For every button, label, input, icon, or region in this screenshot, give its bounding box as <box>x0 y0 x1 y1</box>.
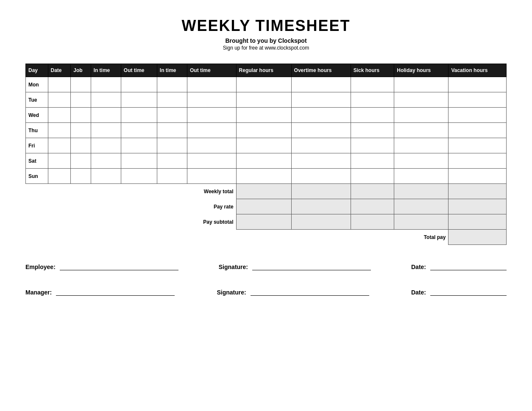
editable-cell[interactable] <box>48 92 71 108</box>
editable-cell[interactable] <box>71 153 91 169</box>
hours-cell[interactable] <box>236 92 291 108</box>
hours-cell[interactable] <box>448 108 507 123</box>
regular-summary-cell[interactable] <box>236 214 291 230</box>
editable-cell[interactable] <box>157 108 187 123</box>
hours-cell[interactable] <box>394 108 448 123</box>
holiday-summary-cell[interactable] <box>394 199 448 214</box>
employee-line[interactable] <box>60 262 178 270</box>
editable-cell[interactable] <box>187 138 237 153</box>
regular-summary-cell[interactable] <box>236 184 291 199</box>
sick-summary-cell[interactable] <box>351 214 394 230</box>
editable-cell[interactable] <box>91 138 121 153</box>
sick-summary-cell[interactable] <box>351 184 394 199</box>
editable-cell[interactable] <box>71 108 91 123</box>
editable-cell[interactable] <box>91 153 121 169</box>
editable-cell[interactable] <box>187 92 237 108</box>
editable-cell[interactable] <box>48 169 71 184</box>
hours-cell[interactable] <box>394 123 448 138</box>
totalpay-cell[interactable] <box>448 230 507 245</box>
editable-cell[interactable] <box>71 138 91 153</box>
editable-cell[interactable] <box>187 77 237 92</box>
editable-cell[interactable] <box>121 153 157 169</box>
editable-cell[interactable] <box>48 108 71 123</box>
editable-cell[interactable] <box>48 138 71 153</box>
manager-date-line[interactable] <box>430 287 507 296</box>
manager-line[interactable] <box>56 287 175 296</box>
hours-cell[interactable] <box>448 92 507 108</box>
editable-cell[interactable] <box>187 153 237 169</box>
editable-cell[interactable] <box>121 77 157 92</box>
hours-cell[interactable] <box>394 169 448 184</box>
editable-cell[interactable] <box>71 169 91 184</box>
employee-signature-line[interactable] <box>252 262 371 270</box>
hours-cell[interactable] <box>448 123 507 138</box>
editable-cell[interactable] <box>121 108 157 123</box>
vacation-summary-cell[interactable] <box>448 184 507 199</box>
manager-signature-line[interactable] <box>251 287 369 296</box>
hours-cell[interactable] <box>351 108 394 123</box>
editable-cell[interactable] <box>121 92 157 108</box>
hours-cell[interactable] <box>351 138 394 153</box>
editable-cell[interactable] <box>157 123 187 138</box>
hours-cell[interactable] <box>291 153 351 169</box>
editable-cell[interactable] <box>157 153 187 169</box>
editable-cell[interactable] <box>71 123 91 138</box>
hours-cell[interactable] <box>291 123 351 138</box>
hours-cell[interactable] <box>448 138 507 153</box>
editable-cell[interactable] <box>157 77 187 92</box>
editable-cell[interactable] <box>48 123 71 138</box>
editable-cell[interactable] <box>91 92 121 108</box>
hours-cell[interactable] <box>291 92 351 108</box>
holiday-summary-cell[interactable] <box>394 184 448 199</box>
hours-cell[interactable] <box>236 169 291 184</box>
summary-row: Weekly total <box>26 184 507 199</box>
hours-cell[interactable] <box>236 108 291 123</box>
hours-cell[interactable] <box>351 123 394 138</box>
editable-cell[interactable] <box>121 169 157 184</box>
editable-cell[interactable] <box>187 123 237 138</box>
hours-cell[interactable] <box>351 92 394 108</box>
hours-cell[interactable] <box>448 153 507 169</box>
hours-cell[interactable] <box>236 123 291 138</box>
editable-cell[interactable] <box>157 169 187 184</box>
editable-cell[interactable] <box>187 169 237 184</box>
editable-cell[interactable] <box>91 169 121 184</box>
editable-cell[interactable] <box>91 123 121 138</box>
hours-cell[interactable] <box>236 77 291 92</box>
overtime-summary-cell[interactable] <box>291 199 351 214</box>
hours-cell[interactable] <box>351 169 394 184</box>
overtime-summary-cell[interactable] <box>291 184 351 199</box>
editable-cell[interactable] <box>48 77 71 92</box>
hours-cell[interactable] <box>448 169 507 184</box>
hours-cell[interactable] <box>394 92 448 108</box>
hours-cell[interactable] <box>394 138 448 153</box>
editable-cell[interactable] <box>157 138 187 153</box>
sick-summary-cell[interactable] <box>351 199 394 214</box>
editable-cell[interactable] <box>121 123 157 138</box>
holiday-summary-cell[interactable] <box>394 214 448 230</box>
employee-date-line[interactable] <box>430 262 507 270</box>
hours-cell[interactable] <box>394 77 448 92</box>
hours-cell[interactable] <box>351 77 394 92</box>
editable-cell[interactable] <box>91 108 121 123</box>
editable-cell[interactable] <box>71 77 91 92</box>
regular-summary-cell[interactable] <box>236 199 291 214</box>
editable-cell[interactable] <box>91 77 121 92</box>
editable-cell[interactable] <box>187 108 237 123</box>
hours-cell[interactable] <box>291 138 351 153</box>
hours-cell[interactable] <box>394 153 448 169</box>
editable-cell[interactable] <box>121 138 157 153</box>
editable-cell[interactable] <box>71 92 91 108</box>
vacation-summary-cell[interactable] <box>448 214 507 230</box>
editable-cell[interactable] <box>157 92 187 108</box>
overtime-summary-cell[interactable] <box>291 214 351 230</box>
editable-cell[interactable] <box>48 153 71 169</box>
hours-cell[interactable] <box>291 77 351 92</box>
hours-cell[interactable] <box>291 108 351 123</box>
hours-cell[interactable] <box>236 153 291 169</box>
hours-cell[interactable] <box>291 169 351 184</box>
hours-cell[interactable] <box>351 153 394 169</box>
hours-cell[interactable] <box>236 138 291 153</box>
vacation-summary-cell[interactable] <box>448 199 507 214</box>
hours-cell[interactable] <box>448 77 507 92</box>
